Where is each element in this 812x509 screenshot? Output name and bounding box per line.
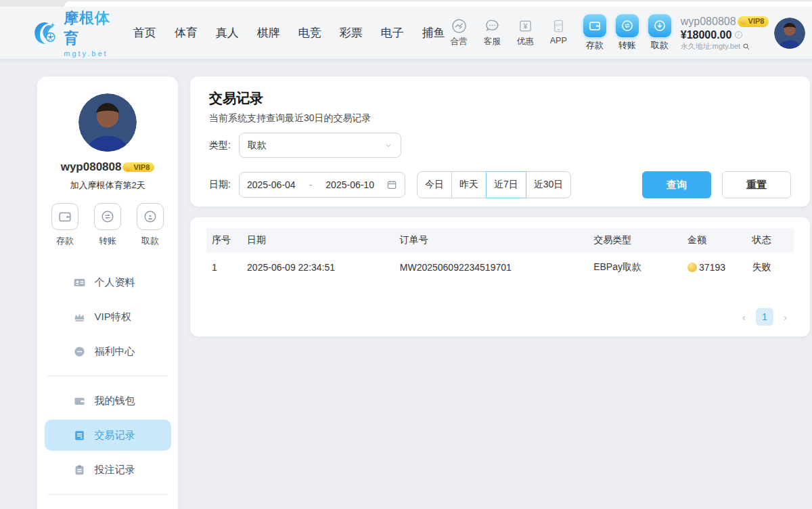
transactions-table: 序号 日期 订单号 交易类型 金额 状态 1 2025-06-09 22:34:…: [206, 228, 794, 282]
vip-icon: [73, 311, 86, 324]
menu-divider: [47, 376, 168, 376]
sidebar-item-label: 个人资料: [95, 276, 135, 289]
cell-type: EBPay取款: [588, 252, 682, 282]
nav-item-live[interactable]: 真人: [216, 25, 239, 41]
search-button[interactable]: 查询: [642, 171, 711, 198]
browser-tab-bar: [64, 1, 812, 7]
coin-icon: [687, 263, 697, 272]
vip-gem-icon: [739, 17, 748, 26]
brand-logo[interactable]: 摩根体育 mgty.bet: [31, 8, 118, 58]
table-header-row: 序号 日期 订单号 交易类型 金额 状态: [206, 228, 794, 252]
calendar-icon: [386, 179, 397, 190]
partnership-link[interactable]: 合营: [445, 18, 473, 47]
sidebar-item-label: VIP特权: [95, 311, 131, 324]
type-label: 类型:: [209, 139, 239, 152]
avatar-image: [774, 18, 805, 49]
range-yesterday-button[interactable]: 昨天: [451, 171, 487, 198]
col-status: 状态: [747, 228, 794, 252]
nav-item-esports[interactable]: 电竞: [298, 25, 321, 41]
date-from: 2025-06-04: [247, 179, 296, 190]
nav-item-home[interactable]: 首页: [133, 25, 156, 41]
sidebar-item-bet-records[interactable]: 投注记录: [45, 454, 171, 485]
avatar[interactable]: [774, 18, 805, 49]
transfer-icon: [94, 203, 121, 230]
magnifier-icon[interactable]: [742, 43, 750, 51]
sidebar-avatar: [78, 93, 137, 152]
nav-item-sports[interactable]: 体育: [175, 25, 198, 41]
records-card: 序号 日期 订单号 交易类型 金额 状态 1 2025-06-09 22:34:…: [190, 217, 810, 336]
withdraw-button[interactable]: 取款: [648, 14, 671, 51]
deposit-icon: [51, 203, 78, 230]
date-separator: -: [308, 179, 314, 190]
refresh-balance-icon[interactable]: [734, 30, 743, 39]
next-page-icon[interactable]: ›: [784, 311, 787, 323]
cell-amount: 37193: [682, 252, 746, 282]
transaction-type-select[interactable]: 取款: [239, 133, 401, 158]
pagination: ‹ 1 ›: [742, 308, 787, 326]
browser-top-strip: [0, 0, 812, 7]
prev-page-icon[interactable]: ‹: [742, 311, 746, 323]
sidebar-item-profile[interactable]: 个人资料: [45, 267, 171, 298]
bet-records-icon: [73, 464, 86, 477]
nav-item-cards[interactable]: 棋牌: [257, 25, 280, 41]
quick-link-label: 客服: [484, 36, 501, 47]
wallet-action-label: 存款: [56, 235, 74, 247]
date-to: 2025-06-10: [325, 179, 374, 190]
app-icon: APP: [551, 18, 566, 34]
header-user-block[interactable]: wyp080808 VIP8 ¥18000.00 永久地址:mgty.bet: [681, 15, 770, 51]
header-wallet-actions: 存款 转账 取款: [583, 14, 671, 51]
date-label: 日期:: [209, 179, 239, 191]
withdraw-icon: [137, 203, 164, 230]
customer-service-icon: [484, 18, 500, 34]
reset-button[interactable]: 重置: [722, 171, 791, 198]
sidebar-item-label: 投注记录: [95, 464, 135, 477]
quick-link-label: 合营: [451, 36, 468, 47]
page-subtitle: 当前系统支持查询最近30日的交易记录: [209, 112, 791, 125]
vip-gem-icon: [125, 163, 133, 172]
transfer-button[interactable]: 转账: [94, 203, 121, 247]
cell-order-no: MW202506092234519701: [394, 252, 588, 282]
sidebar-item-wallet[interactable]: 我的钱包: [45, 385, 171, 416]
nav-item-lottery[interactable]: 彩票: [340, 25, 363, 41]
col-date: 日期: [242, 228, 394, 252]
date-range-picker[interactable]: 2025-06-04 - 2025-06-10: [239, 172, 405, 198]
balance-amount: ¥18000.00: [681, 28, 732, 42]
sidebar-item-welfare[interactable]: 福利中心: [45, 336, 171, 367]
sidebar-item-transactions[interactable]: 交易记录: [45, 420, 171, 451]
logo-icon: [31, 18, 58, 49]
page-number[interactable]: 1: [756, 308, 773, 326]
username: wyp080808: [681, 15, 736, 28]
range-30days-button[interactable]: 近30日: [526, 171, 572, 198]
menu-divider: [47, 494, 168, 495]
sidebar-item-label: 福利中心: [95, 345, 135, 358]
customer-service-link[interactable]: 客服: [478, 18, 506, 47]
nav-item-fishing[interactable]: 捕鱼: [422, 25, 445, 41]
table-row: 1 2025-06-09 22:34:51 MW2025060922345197…: [206, 252, 794, 282]
sidebar-item-redeem[interactable]: 兑奖记录: [45, 504, 171, 509]
range-today-button[interactable]: 今日: [417, 171, 452, 198]
sidebar-item-vip[interactable]: VIP特权: [45, 301, 171, 332]
joined-days-text: 加入摩根体育第2天: [37, 179, 178, 192]
deposit-button[interactable]: 存款: [51, 203, 78, 247]
transfer-button[interactable]: 转账: [616, 14, 639, 51]
app-header: 摩根体育 mgty.bet 首页 体育 真人 棋牌 电竞 彩票 电子 捕鱼 合营…: [0, 7, 812, 60]
brand-name: 摩根体育: [64, 8, 118, 49]
brand-domain: mgty.bet: [64, 49, 118, 58]
sidebar-item-label: 我的钱包: [95, 395, 135, 407]
app-download-link[interactable]: APP APP: [545, 18, 572, 47]
deposit-icon: [583, 14, 606, 37]
wallet-action-label: 转账: [99, 235, 116, 247]
col-amount: 金额: [682, 228, 746, 252]
quick-link-label: 优惠: [517, 36, 534, 47]
promo-link[interactable]: 优惠: [512, 18, 539, 47]
sidebar-item-label: 交易记录: [95, 429, 135, 442]
nav-item-slots[interactable]: 电子: [381, 25, 404, 41]
cell-status: 失败: [747, 252, 794, 282]
range-7days-button[interactable]: 近7日: [486, 171, 526, 198]
withdraw-button[interactable]: 取款: [137, 203, 164, 247]
avatar-image: [78, 93, 137, 152]
main-nav: 首页 体育 真人 棋牌 电竞 彩票 电子 捕鱼: [133, 25, 445, 41]
wallet-action-label: 取款: [141, 235, 159, 247]
deposit-button[interactable]: 存款: [583, 14, 606, 51]
wallet-icon: [73, 395, 86, 407]
